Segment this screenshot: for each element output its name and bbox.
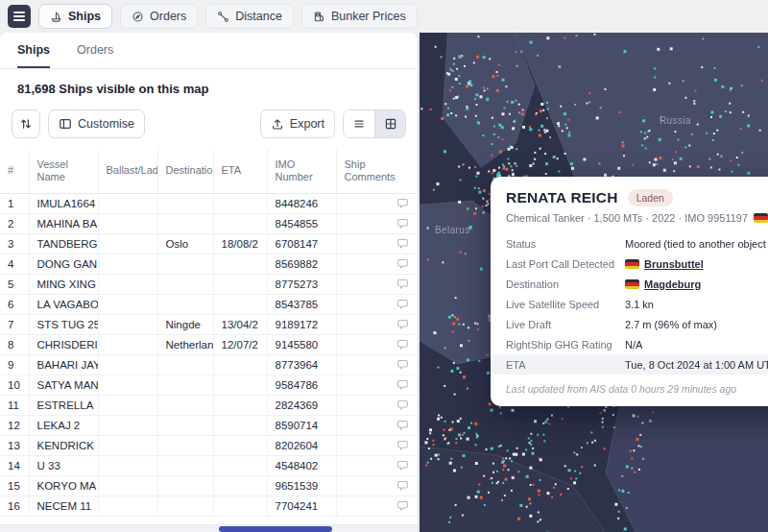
cell-imo-number: 8543785: [267, 294, 336, 314]
cell-vessel-name: KENDRICK: [29, 435, 98, 455]
table-row[interactable]: 12 LEKAJ 2 8590714: [0, 415, 418, 435]
customise-label: Customise: [78, 117, 134, 131]
germany-flag-icon: [625, 279, 639, 289]
header-vessel-name[interactable]: Vessel Name: [29, 149, 98, 193]
detail-text: Tue, 8 Oct 2024 at 1:00 AM UT: [625, 359, 768, 371]
nav-distance-label: Distance: [235, 10, 282, 23]
cell-ballast-laden: [98, 274, 157, 294]
cell-imo-number: 2824369: [267, 395, 336, 415]
cell-eta: [213, 254, 267, 274]
tab-ships[interactable]: Ships: [17, 33, 50, 68]
header-eta[interactable]: ETA: [213, 149, 267, 193]
list-view-button[interactable]: [344, 110, 374, 137]
table-row[interactable]: 10 SATYA MAN 9584786: [0, 375, 418, 395]
laden-status-badge: Laden: [628, 189, 673, 206]
ships-count-text: 81,698 Ships visible on this map: [0, 69, 418, 103]
germany-flag-icon: [625, 259, 639, 269]
sort-button[interactable]: [12, 109, 40, 138]
cell-ship-comments: [336, 496, 418, 516]
table-header-row: # Vessel Name Ballast/Lad Destinatio ETA…: [0, 149, 418, 193]
comment-icon[interactable]: [396, 378, 409, 391]
cell-imo-number: 8775273: [267, 274, 336, 294]
comment-icon[interactable]: [396, 439, 409, 451]
cell-row-number: 5: [0, 274, 29, 294]
cell-destination: Ningde: [157, 314, 213, 334]
comment-icon[interactable]: [396, 237, 409, 250]
table-row[interactable]: 15 KORYO MA 9651539: [0, 475, 418, 496]
table-row[interactable]: 3 TANDBERG Oslo 18/08/2 6708147: [0, 233, 418, 254]
tab-orders[interactable]: Orders: [77, 33, 113, 68]
export-button[interactable]: Export: [260, 109, 335, 138]
detail-label: RightShip GHG Rating: [506, 339, 625, 351]
cell-row-number: 3: [0, 233, 29, 254]
cell-ship-comments: [336, 193, 418, 213]
header-imo-number[interactable]: IMO Number: [267, 149, 336, 193]
comment-icon[interactable]: [396, 298, 409, 310]
table-row[interactable]: 6 LA VAGABO 8543785: [0, 294, 418, 314]
comment-icon[interactable]: [396, 318, 409, 330]
topbar: Ships Orders Distance Bunker Prices: [0, 0, 768, 33]
nav-ships[interactable]: Ships: [38, 4, 112, 29]
horizontal-scrollbar[interactable]: [0, 524, 418, 532]
header-destination[interactable]: Destinatio: [157, 149, 213, 193]
nav-bunker-prices[interactable]: Bunker Prices: [301, 4, 418, 29]
detail-link[interactable]: Brunsbuttel: [644, 258, 704, 270]
table-row[interactable]: 4 DONG GAN 8569882: [0, 254, 418, 274]
cell-imo-number: 8773964: [267, 354, 336, 375]
popup-detail-row: Live Satellite Speed 3.1 kn: [506, 294, 768, 314]
table-view-button[interactable]: [374, 110, 405, 137]
cell-destination: [157, 254, 213, 274]
cell-ship-comments: [336, 435, 418, 455]
popup-details: Status Moored (tied to another object La…: [506, 233, 768, 375]
comment-icon[interactable]: [396, 499, 409, 512]
comment-icon[interactable]: [396, 419, 409, 431]
cell-ship-comments: [336, 274, 418, 294]
table-row[interactable]: 8 CHRISDERI Netherland 12/07/2 9145580: [0, 334, 418, 354]
table-row[interactable]: 11 ESTRELLA 2824369: [0, 395, 418, 415]
cell-vessel-name: U 33: [29, 455, 98, 475]
table-row[interactable]: 14 U 33 4548402: [0, 455, 418, 475]
header-ship-comments[interactable]: Ship Comments: [336, 149, 418, 193]
nav-orders[interactable]: Orders: [120, 4, 198, 29]
comment-icon[interactable]: [396, 217, 409, 230]
cell-ballast-laden: [98, 354, 157, 375]
cell-eta: 12/07/2: [213, 334, 267, 354]
cell-row-number: 15: [0, 475, 29, 496]
header-row-number[interactable]: #: [0, 149, 29, 193]
cell-row-number: 13: [0, 435, 29, 455]
customise-button[interactable]: Customise: [48, 109, 145, 138]
comment-icon[interactable]: [396, 358, 409, 371]
comment-icon[interactable]: [396, 278, 409, 290]
vessel-subtitle: Chemical Tanker · 1,500 MTs · 2022 · IMO…: [506, 212, 748, 224]
nav-distance[interactable]: Distance: [205, 4, 294, 29]
comment-icon[interactable]: [396, 459, 409, 472]
comment-icon[interactable]: [396, 257, 409, 270]
comment-icon[interactable]: [396, 338, 409, 351]
table-row[interactable]: 2 MAHINA BA 8454855: [0, 213, 418, 233]
table-row[interactable]: 1 IMULA1664 8448246: [0, 193, 418, 213]
cell-ballast-laden: [98, 233, 157, 254]
cell-destination: [157, 193, 213, 213]
cell-vessel-name: SATYA MAN: [29, 375, 98, 395]
detail-link[interactable]: Magdeburg: [644, 278, 701, 290]
cell-vessel-name: ESTRELLA: [29, 395, 98, 415]
comment-icon[interactable]: [396, 399, 409, 411]
header-ballast-laden[interactable]: Ballast/Lad: [98, 149, 157, 193]
nav-ships-label: Ships: [68, 10, 101, 23]
table-row[interactable]: 13 KENDRICK 8202604: [0, 435, 418, 455]
cell-vessel-name: IMULA1664: [29, 193, 98, 213]
cell-destination: [157, 475, 213, 496]
comment-icon[interactable]: [396, 479, 409, 492]
sort-arrows-icon: [19, 117, 33, 131]
comment-icon[interactable]: [396, 197, 409, 209]
table-row[interactable]: 16 NECEM 11 7704241: [0, 496, 418, 516]
detail-text: Moored (tied to another object: [625, 238, 766, 250]
cell-imo-number: 8590714: [267, 415, 336, 435]
scrollbar-thumb[interactable]: [219, 526, 332, 532]
map[interactable]: RENATA REICH Laden Chemical Tanker · 1,5…: [420, 33, 768, 532]
table-row[interactable]: 9 BAHARI JAY 8773964: [0, 354, 418, 375]
table-row[interactable]: 7 STS TUG 25 Ningde 13/04/2 9189172: [0, 314, 418, 334]
cell-eta: [213, 274, 267, 294]
menu-button[interactable]: [8, 5, 31, 28]
table-row[interactable]: 5 MING XING 8775273: [0, 274, 418, 294]
